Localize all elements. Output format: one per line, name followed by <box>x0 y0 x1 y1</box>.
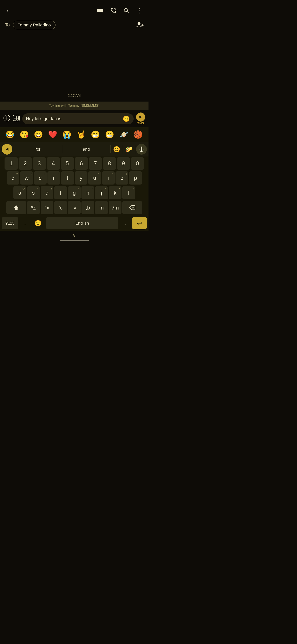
svg-rect-19 <box>141 146 142 150</box>
key-b[interactable]: ;b <box>81 201 94 214</box>
key-y[interactable]: ]y <box>75 171 87 184</box>
key-9[interactable]: 9 <box>117 157 130 170</box>
emoji-cry[interactable]: 😭 <box>60 130 74 140</box>
asdf-row: @a #s $d -f &g -h +j (k )l <box>0 185 148 200</box>
key-r[interactable]: =r <box>47 171 60 184</box>
qwerty-row: %q \w |e =r [t ]y <u >i {o }p <box>0 170 148 185</box>
key-h[interactable]: -h <box>81 186 94 200</box>
keyboard-suggestions: for and 😊 🌮 <box>0 142 148 156</box>
svg-marker-22 <box>14 206 19 210</box>
key-s[interactable]: #s <box>27 186 40 200</box>
emoji-teeth[interactable]: 😁 <box>89 130 102 140</box>
suggestion-word-and[interactable]: and <box>62 145 111 153</box>
key-3[interactable]: 3 <box>32 157 46 170</box>
emoji-heart[interactable]: ❤️ <box>46 130 59 140</box>
svg-rect-16 <box>16 118 18 120</box>
video-call-button[interactable] <box>96 8 104 14</box>
back-button[interactable]: ← <box>5 6 12 15</box>
emoji-kiss[interactable]: 😘 <box>17 130 31 140</box>
emoji-suggestions-row: 😂 😘 😀 ❤️ 😭 🤘 😁 😬 🪐 🏀 <box>0 127 148 142</box>
key-7[interactable]: 7 <box>89 157 102 170</box>
key-l[interactable]: )l <box>122 186 135 200</box>
home-indicator <box>60 240 89 241</box>
key-o[interactable]: {o <box>115 171 128 184</box>
number-row: 1 2 3 4 5 6 7 8 9 0 <box>0 156 148 170</box>
suggestion-word-for[interactable]: for <box>14 145 62 153</box>
sms-banner: Texting with Tommy (SMS/MMS) <box>0 102 148 110</box>
symbols-button[interactable]: ?123 <box>2 217 18 229</box>
bottom-nav: ∨ <box>0 231 148 244</box>
chevron-down-icon[interactable]: ∨ <box>73 233 76 238</box>
key-g[interactable]: &g <box>68 186 81 200</box>
svg-rect-0 <box>97 9 101 12</box>
keyboard-bottom-bar: ?123 , 🙂 English . <box>0 215 148 231</box>
shift-button[interactable] <box>6 201 26 214</box>
keyboard-area: 1 2 3 4 5 6 7 8 9 0 %q \w |e =r [t ]y <u… <box>0 156 148 231</box>
search-button[interactable] <box>123 7 130 14</box>
svg-marker-17 <box>139 116 142 118</box>
send-label: SMS <box>137 122 144 125</box>
key-d[interactable]: $d <box>41 186 53 200</box>
comma-key[interactable]: , <box>20 217 30 229</box>
message-input[interactable] <box>26 116 121 121</box>
key-q[interactable]: %q <box>6 171 19 184</box>
emoji-basketball[interactable]: 🏀 <box>131 130 145 140</box>
suggestion-expand-button[interactable] <box>2 144 12 154</box>
attach-button[interactable] <box>3 114 10 123</box>
emoji-rock[interactable]: 🤘 <box>74 130 88 140</box>
to-label: To <box>5 22 10 28</box>
emoji-planet[interactable]: 🪐 <box>117 130 131 140</box>
key-i[interactable]: >i <box>102 171 115 184</box>
suggestion-taco[interactable]: 🌮 <box>123 145 135 154</box>
key-e[interactable]: |e <box>34 171 47 184</box>
add-person-button[interactable] <box>136 21 144 29</box>
suggestion-emoji-face[interactable]: 😊 <box>111 145 123 154</box>
send-button[interactable]: SMS <box>136 112 145 125</box>
gallery-button[interactable] <box>13 114 20 123</box>
key-k[interactable]: (k <box>109 186 121 200</box>
svg-rect-13 <box>14 116 16 118</box>
key-j[interactable]: +j <box>95 186 108 200</box>
key-z[interactable]: *z <box>27 201 40 214</box>
key-t[interactable]: [t <box>61 171 74 184</box>
key-6[interactable]: 6 <box>75 157 88 170</box>
emoji-laughing[interactable]: 😂 <box>3 130 17 140</box>
emoji-picker-button[interactable]: 🙂 <box>123 116 130 122</box>
key-x[interactable]: "x <box>41 201 53 214</box>
recipient-row: To Tommy Palladino <box>0 18 148 31</box>
svg-line-5 <box>127 11 128 13</box>
period-key[interactable]: . <box>120 217 130 229</box>
key-u[interactable]: <u <box>88 171 101 184</box>
svg-rect-14 <box>16 116 18 118</box>
svg-marker-1 <box>101 8 103 12</box>
input-row: 🙂 SMS <box>0 110 148 127</box>
key-m[interactable]: ?m <box>109 201 121 214</box>
emoji-bottom-button[interactable]: 🙂 <box>32 217 44 229</box>
key-5[interactable]: 5 <box>61 157 74 170</box>
chat-area: 2:27 AM <box>0 31 148 102</box>
key-2[interactable]: 2 <box>18 157 32 170</box>
svg-marker-18 <box>5 148 8 151</box>
recipient-chip[interactable]: Tommy Palladino <box>13 21 55 29</box>
phone-call-button[interactable] <box>110 7 117 14</box>
emoji-grimace[interactable]: 😬 <box>103 130 116 140</box>
more-options-button[interactable]: ⋮ <box>135 6 144 15</box>
key-n[interactable]: !n <box>95 201 108 214</box>
svg-point-4 <box>124 8 127 12</box>
key-w[interactable]: \w <box>20 171 33 184</box>
key-f[interactable]: -f <box>54 186 67 200</box>
top-bar: ← ⋮ <box>0 0 148 18</box>
emoji-grin[interactable]: 😀 <box>32 130 45 140</box>
key-a[interactable]: @a <box>13 186 26 200</box>
key-p[interactable]: }p <box>129 171 142 184</box>
key-0[interactable]: 0 <box>131 157 144 170</box>
key-v[interactable]: :v <box>68 201 81 214</box>
key-c[interactable]: 'c <box>54 201 67 214</box>
space-key[interactable]: English <box>46 217 119 229</box>
key-8[interactable]: 8 <box>103 157 116 170</box>
key-1[interactable]: 1 <box>4 157 18 170</box>
key-4[interactable]: 4 <box>47 157 60 170</box>
enter-key[interactable] <box>132 217 147 229</box>
backspace-button[interactable] <box>122 201 142 214</box>
microphone-button[interactable] <box>136 144 147 154</box>
